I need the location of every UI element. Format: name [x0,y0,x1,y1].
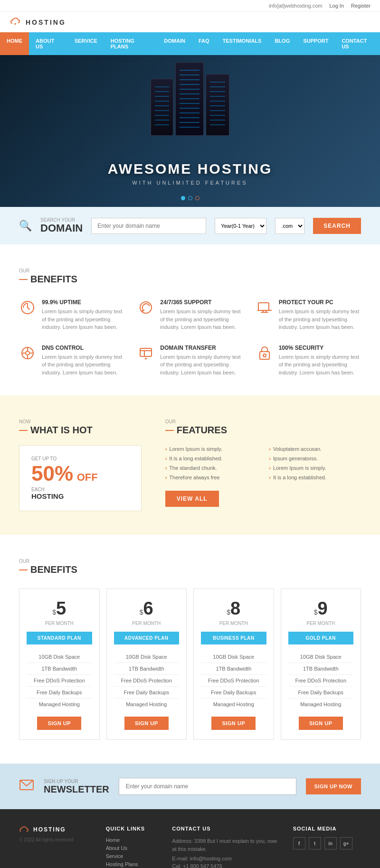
search-icon: 🔍 [19,220,32,232]
feature-item: ›Lorem Ipsum is simply. [269,463,361,473]
benefit-support-title: 24/7/365 SUPPORT [160,299,242,306]
feature-item: ›The standard chunk. [165,463,257,473]
facebook-icon[interactable]: f [293,837,305,849]
feature-row: 1TB Bandwidth [201,663,266,675]
footer-contact-title: CONTACT US [172,826,281,831]
feature-item: ›Ipsum generatorss. [269,454,361,463]
svg-point-4 [26,351,29,355]
off-label: OFF [77,471,98,483]
footer-copyright: © 2022 All rights reserved [19,837,94,842]
signup-business[interactable]: SIGN UP [211,717,256,730]
domain-input[interactable] [91,218,206,234]
nav-service[interactable]: SERVICE [68,32,104,55]
features-right: OUR FEATURES ›Lorem Ipsum is simply. ›It… [165,419,361,511]
twitter-icon[interactable]: t [309,837,321,849]
footer-quick-links: QUICK LINKS Home About Us Service Hostin… [106,826,161,868]
plan-btn-gold[interactable]: GOLD PLAN [288,632,354,644]
feature-row: 1TB Bandwidth [114,663,180,675]
feature-item: ›It is a long established. [165,454,257,463]
plan-features-standard: 10GB Disk Space 1TB Bandwidth Free DDoS … [27,651,92,710]
uptime-icon [19,299,36,316]
footer: HOSTING © 2022 All rights reserved QUICK… [0,809,380,868]
footer-link-about[interactable]: About Us [106,845,161,851]
nav-hosting-plans[interactable]: HOSTING PLANS [104,32,158,55]
logo-icon [10,17,23,28]
nav-support[interactable]: SUPPORT [296,32,335,55]
feature-row: Free DDoS Protection [288,675,354,687]
svg-rect-5 [140,348,152,356]
nav-about[interactable]: ABOUT US [29,32,68,55]
footer-link-service[interactable]: Service [106,853,161,859]
footer-address: Address: 3398 But I must explain to you,… [172,837,281,853]
pricing-title: BENEFITS [19,564,361,575]
price-1: 5 [56,598,66,618]
nav-blog[interactable]: BLOG [268,32,296,55]
domain-search-button[interactable]: SEARCH [313,218,361,234]
period-1: PER MONTH [27,621,92,626]
feature-row: Free Daily Backups [201,687,266,699]
register-link[interactable]: Register [351,3,370,9]
plan-btn-advanced[interactable]: ADVANCED PLAN [114,632,180,644]
login-link[interactable]: Log In [329,3,344,9]
benefit-transfer-title: DOMAIN TRANSFER [160,345,242,351]
price-2: 6 [143,598,153,618]
features-title: FEATURES [165,425,361,436]
plan-price-advanced: $6 [114,598,180,619]
benefit-protect: PROTECT YOUR PC Lorem Ipsum is simply du… [256,299,361,331]
footer-phone: Cal: +1 800 547 5476 [172,863,281,868]
tld-select[interactable]: .com .net .org [275,218,304,234]
benefit-uptime: 99.9% UPTIME Lorem Ipsum is simply dummy… [19,299,124,331]
dns-icon [19,345,36,362]
feature-row: Free Daily Backups [114,687,180,699]
dot-3[interactable] [195,196,200,200]
view-all-button[interactable]: VIEW ALL [165,491,219,507]
nav-contact[interactable]: CONTACT US [335,32,380,55]
benefit-dns-title: DNS CONTROL [42,345,124,351]
benefit-dns-desc: Lorem Ipsum is simply dummy text of the … [42,353,124,377]
security-icon [256,345,273,362]
logo-area: HOSTING [0,12,380,32]
svg-rect-2 [258,303,269,310]
plan-gold: $9 PER MONTH GOLD PLAN 10GB Disk Space 1… [281,588,361,740]
newsletter-input[interactable] [119,778,296,795]
benefits-grid: 99.9% UPTIME Lorem Ipsum is simply dummy… [19,299,361,376]
newsletter-signup-button[interactable]: SIGN UP NOW [306,778,361,794]
benefit-security-desc: Lorem Ipsum is simply dummy text of the … [279,353,361,377]
benefit-uptime-desc: Lorem Ipsum is simply dummy text of the … [42,308,124,331]
signup-advanced[interactable]: SIGN UP [124,717,169,730]
nav-testimonials[interactable]: TESTIMONIALS [216,32,268,55]
signup-standard[interactable]: SIGN UP [37,717,81,730]
benefit-protect-title: PROTECT YOUR PC [279,299,361,306]
plan-btn-business[interactable]: BUSINESS PLAN [201,632,266,644]
feature-row: 10GB Disk Space [288,651,354,663]
hero-title: AWESOME HOSTING WITH UNLIMITED FEATURES [108,161,273,186]
gplus-icon[interactable]: g+ [340,837,352,849]
nav-domain[interactable]: DOMAIN [157,32,192,55]
feature-item: ›It is a long established. [269,473,361,482]
domain-label-block: SEARCH YOUR DOMAIN [40,217,83,234]
nav-home[interactable]: HOME [0,32,29,55]
signup-gold[interactable]: SIGN UP [299,717,343,730]
linkedin-icon[interactable]: in [324,837,337,849]
benefit-protect-desc: Lorem Ipsum is simply dummy text of the … [279,308,361,331]
newsletter-label-top: SIGN UP YOUR [44,779,109,784]
plan-advanced: $6 PER MONTH ADVANCED PLAN 10GB Disk Spa… [106,588,187,740]
dot-2[interactable] [188,196,192,200]
benefit-transfer: DOMAIN TRANSFER Lorem Ipsum is simply du… [137,345,242,377]
footer-link-home[interactable]: Home [106,837,161,843]
nav-faq[interactable]: FAQ [192,32,216,55]
year-select[interactable]: Year(0-1 Year) [215,218,266,234]
plan-btn-standard[interactable]: STANDARD PLAN [27,632,92,644]
feature-row: Managed Hosting [114,699,180,710]
plan-price-gold: $9 [288,598,354,619]
plan-price-business: $8 [201,598,266,619]
percent-value: 50% [31,462,73,485]
dot-1[interactable] [181,196,185,200]
footer-link-hosting-plans[interactable]: Hosting Plans [106,861,161,867]
feature-row: 10GB Disk Space [201,651,266,663]
benefits-section: OUR BENEFITS 99.9% UPTIME Lorem Ipsum is… [0,244,380,395]
plan-features-business: 10GB Disk Space 1TB Bandwidth Free DDoS … [201,651,266,710]
hot-section: NOW WHAT IS HOT GET UP TO 50% OFF EACH H… [0,395,380,535]
support-icon [137,299,154,316]
main-nav: HOME ABOUT US SERVICE HOSTING PLANS DOMA… [0,32,380,55]
